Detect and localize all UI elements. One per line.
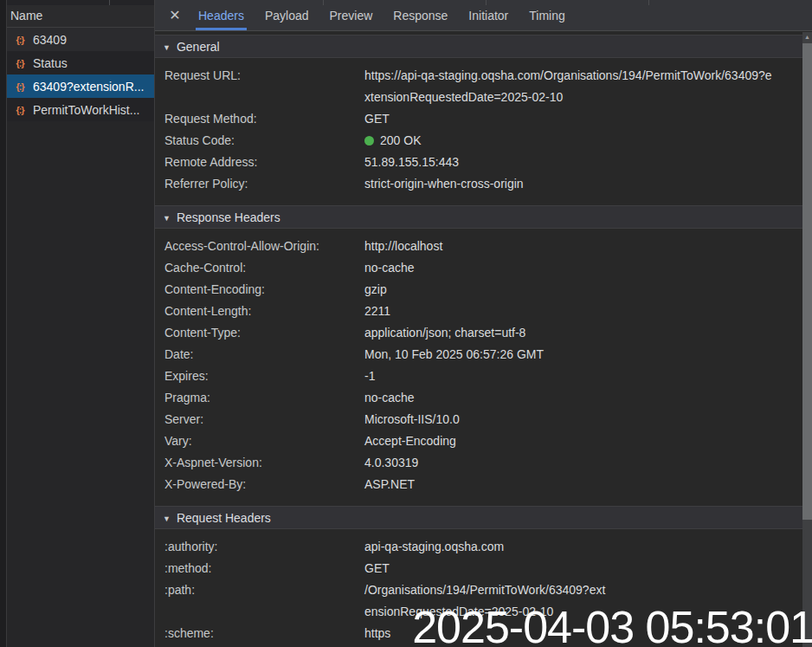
section-rows: Access-Control-Allow-Origin: http://loca… <box>155 229 802 506</box>
request-list-panel: Name {:} 63409 {:} Status {:} 63409?exte… <box>7 0 155 647</box>
header-value: 4.0.30319 <box>364 452 418 474</box>
tab[interactable]: Timing <box>519 0 576 30</box>
header-row: Request URL: https://api-qa-staging.oqsh… <box>155 65 802 108</box>
header-key: :authority: <box>155 536 364 558</box>
header-key: Request Method: <box>155 108 364 130</box>
header-value: -1 <box>364 366 375 387</box>
close-icon[interactable]: ✕ <box>162 0 188 30</box>
header-row: :path: /Organisations/194/PermitToWork/6… <box>155 579 802 623</box>
header-key: Access-Control-Allow-Origin: <box>155 236 364 257</box>
header-key: Status Code: <box>155 130 364 152</box>
header-row: Vary: Accept-Encoding <box>155 430 802 452</box>
header-key: X-Aspnet-Version: <box>155 452 364 474</box>
tabs: HeadersPayloadPreviewResponseInitiatorTi… <box>188 0 576 30</box>
header-value: no-cache <box>364 387 415 409</box>
request-label: 63409 <box>33 33 67 47</box>
collapse-triangle-icon: ▼ <box>163 508 171 530</box>
collapse-triangle-icon: ▼ <box>163 207 171 230</box>
json-file-icon: {:} <box>11 35 29 45</box>
request-row[interactable]: {:} Status <box>7 51 154 74</box>
header-value: GET <box>364 108 390 130</box>
header-key: Content-Encoding: <box>155 279 364 301</box>
request-label: 63409?extensionR... <box>33 80 144 94</box>
header-value: gzip <box>364 279 387 301</box>
header-row: Remote Address: 51.89.155.15:443 <box>155 152 802 173</box>
request-label: PermitToWorkHist... <box>33 103 139 117</box>
header-row: Pragma: no-cache <box>155 387 802 409</box>
headers-content: ▼General Request URL: https://api-qa-sta… <box>155 31 802 647</box>
tab[interactable]: Payload <box>255 0 319 30</box>
section-header[interactable]: ▼Response Headers <box>155 205 802 229</box>
header-key: Vary: <box>155 430 364 452</box>
header-row: X-Aspnet-Version: 4.0.30319 <box>155 452 802 474</box>
header-row: Content-Length: 2211 <box>155 301 802 322</box>
request-row[interactable]: {:} 63409?extensionR... <box>7 74 154 98</box>
section-rows: Request URL: https://api-qa-staging.oqsh… <box>155 58 802 205</box>
header-row: Cache-Control: no-cache <box>155 257 802 279</box>
section-title: Request Headers <box>177 511 271 525</box>
headers-section: ▼Response Headers Access-Control-Allow-O… <box>155 205 802 506</box>
request-detail-panel: ✕ HeadersPayloadPreviewResponseInitiator… <box>155 0 812 647</box>
header-key: Request URL: <box>155 65 364 108</box>
column-divider-tick <box>109 0 110 5</box>
json-file-icon: {:} <box>11 105 29 115</box>
header-row: Content-Type: application/json; charset=… <box>155 322 802 344</box>
headers-section: ▼Request Headers :authority: api-qa-stag… <box>155 506 802 647</box>
collapse-triangle-icon: ▼ <box>163 36 171 59</box>
header-value: strict-origin-when-cross-origin <box>364 173 524 195</box>
header-key: Expires: <box>155 366 364 387</box>
header-value: no-cache <box>364 257 415 279</box>
headers-section: ▼General Request URL: https://api-qa-sta… <box>155 35 802 205</box>
header-key: Content-Type: <box>155 322 364 344</box>
request-row[interactable]: {:} 63409 <box>7 28 154 51</box>
header-value: api-qa-staging.oqsha.com <box>364 536 504 558</box>
header-key: Referrer Policy: <box>155 173 364 195</box>
header-key: X-Powered-By: <box>155 474 364 495</box>
header-row: :authority: api-qa-staging.oqsha.com <box>155 536 802 558</box>
header-key: :path: <box>155 579 364 623</box>
header-row: Server: Microsoft-IIS/10.0 <box>155 409 802 430</box>
header-value: http://localhost <box>364 236 442 257</box>
tab[interactable]: Preview <box>319 0 383 30</box>
status-ok-dot <box>364 136 374 146</box>
scroll-up-icon[interactable]: ▲ <box>802 34 812 40</box>
header-value: ASP.NET <box>364 474 415 495</box>
name-column-header[interactable]: Name <box>7 5 154 28</box>
header-row: Access-Control-Allow-Origin: http://loca… <box>155 236 802 257</box>
header-row: Date: Mon, 10 Feb 2025 06:57:26 GMT <box>155 344 802 366</box>
tab[interactable]: Response <box>383 0 458 30</box>
scrollbar-thumb[interactable] <box>802 43 812 520</box>
request-label: Status <box>33 56 68 70</box>
header-value: Mon, 10 Feb 2025 06:57:26 GMT <box>364 344 544 366</box>
header-value: Microsoft-IIS/10.0 <box>364 409 460 430</box>
section-header[interactable]: ▼General <box>155 35 802 58</box>
header-key: Date: <box>155 344 364 366</box>
header-value: 51.89.155.15:443 <box>364 152 459 173</box>
header-row: Request Method: GET <box>155 108 802 130</box>
scrollbar[interactable]: ▲ <box>802 32 812 647</box>
left-gutter <box>0 0 7 647</box>
section-header[interactable]: ▼Request Headers <box>155 506 802 529</box>
header-key: Content-Length: <box>155 301 364 322</box>
header-key: :method: <box>155 558 364 579</box>
request-row[interactable]: {:} PermitToWorkHist... <box>7 98 154 121</box>
header-key: Cache-Control: <box>155 257 364 279</box>
header-value: /Organisations/194/PermitToWork/63409?ex… <box>364 579 607 623</box>
devtools-network-panel: Name {:} 63409 {:} Status {:} 63409?exte… <box>0 0 812 647</box>
header-key: Pragma: <box>155 387 364 409</box>
tab[interactable]: Headers <box>188 0 255 30</box>
header-value: GET <box>364 558 390 579</box>
header-row: X-Powered-By: ASP.NET <box>155 474 802 495</box>
header-value: 200 OK <box>364 130 421 152</box>
json-file-icon: {:} <box>11 81 29 92</box>
tab[interactable]: Initiator <box>458 0 519 30</box>
request-list: {:} 63409 {:} Status {:} 63409?extension… <box>7 28 154 647</box>
header-value: application/json; charset=utf-8 <box>364 322 525 344</box>
detail-tab-bar: ✕ HeadersPayloadPreviewResponseInitiator… <box>155 0 812 31</box>
header-key: Remote Address: <box>155 152 364 173</box>
header-row: Content-Encoding: gzip <box>155 279 802 301</box>
header-value: Accept-Encoding <box>364 430 456 452</box>
header-key: :scheme: <box>155 623 364 644</box>
header-value: 2211 <box>364 301 390 322</box>
section-rows: :authority: api-qa-staging.oqsha.com :me… <box>155 529 802 647</box>
